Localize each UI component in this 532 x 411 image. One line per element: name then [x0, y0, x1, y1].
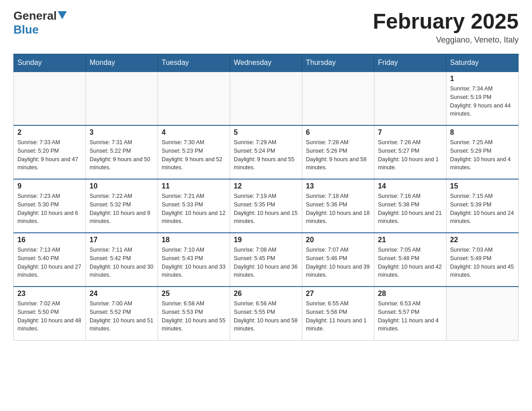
calendar-cell: [374, 72, 446, 125]
day-number: 18: [162, 236, 226, 244]
day-number: 15: [450, 182, 515, 190]
logo-block: General Blue: [13, 9, 67, 37]
calendar-cell: 28Sunrise: 6:53 AM Sunset: 5:57 PM Dayli…: [374, 287, 446, 340]
calendar-cell: 9Sunrise: 7:23 AM Sunset: 5:30 PM Daylig…: [14, 179, 86, 233]
day-header-friday: Friday: [374, 54, 446, 72]
day-info: Sunrise: 7:10 AM Sunset: 5:43 PM Dayligh…: [162, 246, 226, 279]
day-number: 7: [378, 128, 442, 137]
calendar-cell: 8Sunrise: 7:25 AM Sunset: 5:29 PM Daylig…: [446, 125, 519, 179]
calendar-cell: 25Sunrise: 6:58 AM Sunset: 5:53 PM Dayli…: [158, 287, 230, 340]
day-info: Sunrise: 7:08 AM Sunset: 5:45 PM Dayligh…: [234, 246, 298, 279]
week-row-2: 2Sunrise: 7:33 AM Sunset: 5:20 PM Daylig…: [14, 125, 519, 179]
calendar-cell: 16Sunrise: 7:13 AM Sunset: 5:40 PM Dayli…: [14, 233, 86, 287]
calendar-cell: [230, 72, 302, 125]
day-number: 4: [162, 128, 226, 137]
calendar-cell: 14Sunrise: 7:16 AM Sunset: 5:38 PM Dayli…: [374, 179, 446, 233]
day-number: 20: [306, 236, 370, 244]
day-info: Sunrise: 7:19 AM Sunset: 5:35 PM Dayligh…: [234, 192, 298, 226]
week-row-4: 16Sunrise: 7:13 AM Sunset: 5:40 PM Dayli…: [14, 233, 519, 287]
day-info: Sunrise: 7:11 AM Sunset: 5:42 PM Dayligh…: [90, 246, 154, 279]
calendar-cell: [14, 72, 86, 125]
calendar-cell: [158, 72, 230, 125]
day-number: 9: [17, 182, 82, 190]
calendar-cell: 24Sunrise: 7:00 AM Sunset: 5:52 PM Dayli…: [86, 287, 158, 340]
calendar-cell: [302, 72, 374, 125]
day-info: Sunrise: 7:30 AM Sunset: 5:23 PM Dayligh…: [162, 138, 226, 172]
day-number: 17: [90, 236, 154, 244]
day-number: 27: [306, 290, 370, 298]
calendar-cell: 10Sunrise: 7:22 AM Sunset: 5:32 PM Dayli…: [86, 179, 158, 233]
calendar-cell: 1Sunrise: 7:34 AM Sunset: 5:19 PM Daylig…: [446, 72, 519, 125]
calendar-cell: 4Sunrise: 7:30 AM Sunset: 5:23 PM Daylig…: [158, 125, 230, 179]
calendar-cell: [446, 287, 519, 340]
day-info: Sunrise: 7:33 AM Sunset: 5:20 PM Dayligh…: [17, 138, 82, 172]
day-number: 6: [306, 128, 370, 137]
calendar-cell: 13Sunrise: 7:18 AM Sunset: 5:36 PM Dayli…: [302, 179, 374, 233]
day-header-wednesday: Wednesday: [230, 54, 302, 72]
calendar-cell: 11Sunrise: 7:21 AM Sunset: 5:33 PM Dayli…: [158, 179, 230, 233]
calendar-header-row: SundayMondayTuesdayWednesdayThursdayFrid…: [14, 54, 519, 72]
day-info: Sunrise: 6:56 AM Sunset: 5:55 PM Dayligh…: [234, 300, 298, 333]
day-info: Sunrise: 6:58 AM Sunset: 5:53 PM Dayligh…: [162, 300, 226, 333]
calendar-cell: 3Sunrise: 7:31 AM Sunset: 5:22 PM Daylig…: [86, 125, 158, 179]
day-info: Sunrise: 7:28 AM Sunset: 5:26 PM Dayligh…: [306, 138, 370, 172]
day-number: 21: [378, 236, 442, 244]
day-header-sunday: Sunday: [14, 54, 86, 72]
day-number: 23: [17, 290, 82, 298]
calendar-cell: 5Sunrise: 7:29 AM Sunset: 5:24 PM Daylig…: [230, 125, 302, 179]
day-info: Sunrise: 7:02 AM Sunset: 5:50 PM Dayligh…: [17, 300, 82, 333]
day-info: Sunrise: 7:29 AM Sunset: 5:24 PM Dayligh…: [234, 138, 298, 172]
day-info: Sunrise: 7:23 AM Sunset: 5:30 PM Dayligh…: [17, 192, 82, 226]
calendar-cell: 6Sunrise: 7:28 AM Sunset: 5:26 PM Daylig…: [302, 125, 374, 179]
day-info: Sunrise: 6:55 AM Sunset: 5:56 PM Dayligh…: [306, 300, 370, 333]
day-info: Sunrise: 7:05 AM Sunset: 5:48 PM Dayligh…: [378, 246, 442, 279]
day-info: Sunrise: 7:15 AM Sunset: 5:39 PM Dayligh…: [450, 192, 515, 226]
calendar-cell: 18Sunrise: 7:10 AM Sunset: 5:43 PM Dayli…: [158, 233, 230, 287]
day-number: 8: [450, 128, 515, 137]
day-info: Sunrise: 7:13 AM Sunset: 5:40 PM Dayligh…: [17, 246, 82, 279]
day-number: 24: [90, 290, 154, 298]
day-header-tuesday: Tuesday: [158, 54, 230, 72]
day-number: 1: [450, 75, 515, 83]
logo: General Blue: [13, 9, 67, 37]
calendar-cell: 17Sunrise: 7:11 AM Sunset: 5:42 PM Dayli…: [86, 233, 158, 287]
calendar-cell: 20Sunrise: 7:07 AM Sunset: 5:46 PM Dayli…: [302, 233, 374, 287]
day-info: Sunrise: 7:34 AM Sunset: 5:19 PM Dayligh…: [450, 85, 515, 118]
day-number: 28: [378, 290, 442, 298]
day-info: Sunrise: 7:00 AM Sunset: 5:52 PM Dayligh…: [90, 300, 154, 333]
day-info: Sunrise: 7:25 AM Sunset: 5:29 PM Dayligh…: [450, 138, 515, 172]
logo-general: General: [13, 9, 57, 23]
day-number: 3: [90, 128, 154, 137]
day-info: Sunrise: 7:26 AM Sunset: 5:27 PM Dayligh…: [378, 138, 442, 172]
logo-blue: Blue: [13, 23, 39, 36]
day-number: 25: [162, 290, 226, 298]
calendar-table: SundayMondayTuesdayWednesdayThursdayFrid…: [13, 54, 519, 341]
calendar-cell: 12Sunrise: 7:19 AM Sunset: 5:35 PM Dayli…: [230, 179, 302, 233]
calendar-cell: 27Sunrise: 6:55 AM Sunset: 5:56 PM Dayli…: [302, 287, 374, 340]
day-number: 26: [234, 290, 298, 298]
day-info: Sunrise: 6:53 AM Sunset: 5:57 PM Dayligh…: [378, 300, 442, 333]
day-info: Sunrise: 7:18 AM Sunset: 5:36 PM Dayligh…: [306, 192, 370, 226]
day-header-thursday: Thursday: [302, 54, 374, 72]
day-info: Sunrise: 7:03 AM Sunset: 5:49 PM Dayligh…: [450, 246, 515, 279]
calendar-cell: 19Sunrise: 7:08 AM Sunset: 5:45 PM Dayli…: [230, 233, 302, 287]
day-number: 14: [378, 182, 442, 190]
day-number: 19: [234, 236, 298, 244]
day-info: Sunrise: 7:21 AM Sunset: 5:33 PM Dayligh…: [162, 192, 226, 226]
calendar-cell: 22Sunrise: 7:03 AM Sunset: 5:49 PM Dayli…: [446, 233, 519, 287]
week-row-5: 23Sunrise: 7:02 AM Sunset: 5:50 PM Dayli…: [14, 287, 519, 340]
calendar-cell: 21Sunrise: 7:05 AM Sunset: 5:48 PM Dayli…: [374, 233, 446, 287]
day-info: Sunrise: 7:31 AM Sunset: 5:22 PM Dayligh…: [90, 138, 154, 172]
page-header: General Blue February 2025 Veggiano, Ven…: [13, 9, 519, 45]
day-header-saturday: Saturday: [446, 54, 519, 72]
calendar-cell: 23Sunrise: 7:02 AM Sunset: 5:50 PM Dayli…: [14, 287, 86, 340]
day-number: 2: [17, 128, 82, 137]
day-number: 13: [306, 182, 370, 190]
week-row-3: 9Sunrise: 7:23 AM Sunset: 5:30 PM Daylig…: [14, 179, 519, 233]
calendar-title: February 2025: [373, 9, 519, 34]
day-number: 22: [450, 236, 515, 244]
calendar-cell: 7Sunrise: 7:26 AM Sunset: 5:27 PM Daylig…: [374, 125, 446, 179]
day-number: 10: [90, 182, 154, 190]
day-info: Sunrise: 7:16 AM Sunset: 5:38 PM Dayligh…: [378, 192, 442, 226]
calendar-cell: [86, 72, 158, 125]
